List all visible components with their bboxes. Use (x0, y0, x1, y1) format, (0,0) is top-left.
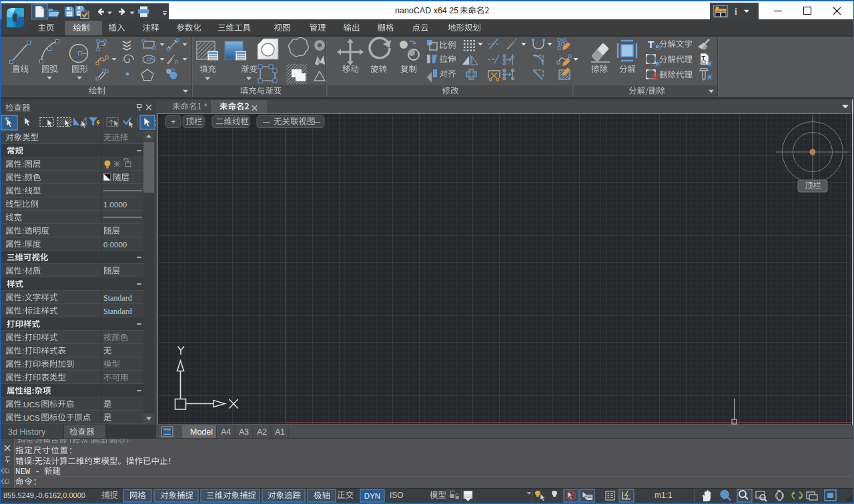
svg-text:3d History: 3d History (8, 427, 46, 437)
svg-text:855.5249,-0.6162,0.0000: 855.5249,-0.6162,0.0000 (3, 491, 85, 499)
svg-text:1.0000: 1.0000 (103, 201, 127, 209)
svg-text:Standard: Standard (103, 293, 132, 303)
svg-text:NEW -: NEW - (15, 467, 40, 477)
svg-text:T: T (648, 39, 654, 50)
svg-text:*: * (204, 102, 207, 111)
svg-text:UCS: UCS (23, 414, 40, 422)
svg-text:A4: A4 (221, 427, 231, 437)
svg-text:ISO: ISO (390, 491, 404, 500)
svg-text:A2: A2 (257, 427, 267, 437)
svg-text:A1: A1 (275, 427, 285, 437)
svg-text:+: + (171, 117, 175, 127)
svg-text:T: T (702, 55, 706, 61)
svg-text:DYN: DYN (364, 492, 380, 500)
svg-text:0.0000: 0.0000 (103, 241, 127, 249)
svg-text:m1:1: m1:1 (655, 491, 673, 500)
svg-text:Model: Model (190, 427, 213, 437)
svg-text:---: --- (263, 118, 270, 125)
svg-text:A3: A3 (239, 427, 249, 437)
svg-text:Standard: Standard (103, 307, 132, 316)
svg-text:n: n (175, 58, 179, 65)
svg-text:UCS: UCS (23, 401, 40, 409)
svg-text:i: i (735, 7, 737, 17)
svg-text:---: --- (314, 118, 320, 125)
svg-text:nanoCAD x64 25: nanoCAD x64 25 (395, 6, 458, 15)
